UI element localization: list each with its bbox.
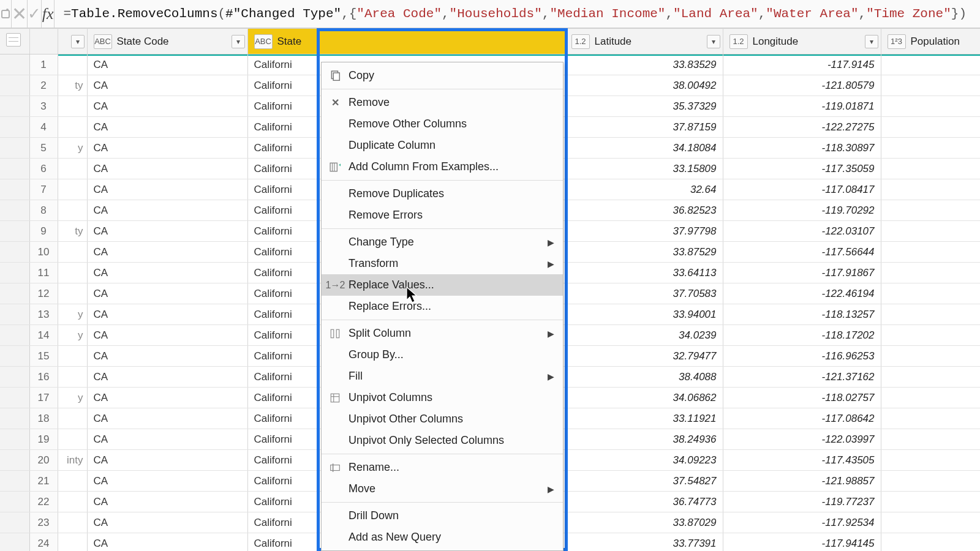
cell-fragment: [58, 471, 87, 492]
row-number: 4: [29, 117, 58, 138]
row-gutter: [0, 408, 29, 429]
menu-drill-down[interactable]: Drill Down: [322, 505, 563, 527]
menu-replace-errors[interactable]: Replace Errors...: [322, 296, 563, 317]
column-filter-button[interactable]: ▾: [865, 35, 878, 48]
formula-input[interactable]: = Table.RemoveColumns(#"Changed Type",{"…: [55, 0, 975, 28]
menu-add-column-from-examples[interactable]: ✦ Add Column From Examples...: [322, 156, 563, 178]
cell-longitude: -118.17202: [723, 325, 881, 346]
cell-population: [881, 325, 980, 346]
cell-longitude: -118.02757: [723, 388, 881, 408]
row-gutter: [0, 54, 29, 75]
row-gutter: [0, 138, 29, 159]
cell-state-code: CA: [87, 429, 247, 450]
cell-longitude: -121.37162: [723, 367, 881, 388]
column-filter-button[interactable]: ▾: [71, 35, 85, 48]
menu-split-column[interactable]: Split Column▶: [322, 323, 563, 344]
cell-latitude: 33.15809: [565, 159, 723, 179]
row-gutter: [0, 242, 29, 263]
cell-longitude: -119.70292: [723, 200, 881, 221]
menu-duplicate-column[interactable]: Duplicate Column: [322, 135, 563, 156]
row-number: 6: [29, 159, 58, 179]
cell-latitude: 33.87029: [565, 512, 723, 533]
menu-rename[interactable]: Rename...: [322, 457, 563, 478]
menu-remove[interactable]: ✕ Remove: [322, 92, 563, 113]
menu-move[interactable]: Move▶: [322, 478, 563, 500]
cell-state-code: CA: [87, 283, 247, 304]
column-header-state-code[interactable]: ABCState Code ▾: [87, 29, 247, 54]
cell-population: [881, 367, 980, 388]
formula-confirm-button[interactable]: ✓: [28, 0, 42, 28]
cell-state-code: CA: [87, 159, 247, 179]
cell-population: [881, 471, 980, 492]
menu-label: Split Column: [349, 327, 411, 340]
cell-state-code: CA: [87, 242, 247, 263]
cell-longitude: -122.27275: [723, 117, 881, 138]
row-number: 16: [29, 367, 58, 388]
cell-fragment: y: [58, 138, 87, 159]
cell-population: [881, 96, 980, 117]
row-gutter: [0, 221, 29, 242]
column-filter-button[interactable]: ▾: [707, 35, 720, 48]
row-gutter: [0, 283, 29, 304]
menu-transform[interactable]: Transform▶: [322, 253, 563, 274]
cell-population: [881, 450, 980, 471]
row-gutter: [0, 512, 29, 533]
menu-unpivot-only-selected[interactable]: Unpivot Only Selected Columns: [322, 430, 563, 451]
svg-rect-11: [331, 465, 340, 470]
menu-label: Remove Other Columns: [349, 118, 467, 130]
cell-population: [881, 117, 980, 138]
cell-longitude: -117.08642: [723, 408, 881, 429]
cell-fragment: [58, 117, 87, 138]
column-filter-button[interactable]: ▾: [232, 35, 245, 48]
row-number: 10: [29, 242, 58, 263]
cell-longitude: -118.30897: [723, 138, 881, 159]
menu-remove-other-columns[interactable]: Remove Other Columns: [322, 113, 563, 135]
column-header-longitude[interactable]: 1.2Longitude ▾: [723, 29, 881, 54]
cell-latitude: 33.77391: [565, 533, 723, 552]
cell-latitude: 38.24936: [565, 429, 723, 450]
cell-state-code: CA: [87, 492, 247, 512]
cell-population: [881, 408, 980, 429]
cell-longitude: -117.91867: [723, 263, 881, 283]
column-header-latitude[interactable]: 1.2Latitude ▾: [565, 29, 723, 54]
menu-unpivot-columns[interactable]: Unpivot Columns: [322, 387, 563, 408]
cell-longitude: -117.43505: [723, 450, 881, 471]
menu-change-type[interactable]: Change Type▶: [322, 231, 563, 253]
cell-fragment: [58, 200, 87, 221]
cell-state-code: CA: [87, 388, 247, 408]
cell-fragment: [58, 429, 87, 450]
column-header-population[interactable]: 1²3Population: [881, 29, 980, 54]
type-text-icon: ABC: [254, 34, 273, 49]
cell-population: [881, 138, 980, 159]
cell-state-code: CA: [87, 367, 247, 388]
row-gutter: [0, 117, 29, 138]
partial-column-header[interactable]: ▾: [58, 29, 87, 54]
cell-longitude: -121.80579: [723, 75, 881, 96]
fx-icon[interactable]: fx: [42, 0, 55, 28]
formula-cancel-button[interactable]: ✕: [12, 0, 28, 28]
svg-rect-6: [331, 329, 334, 338]
cell-latitude: 37.70583: [565, 283, 723, 304]
menu-copy[interactable]: Copy: [322, 65, 563, 86]
cell-longitude: -122.03107: [723, 221, 881, 242]
cell-population: [881, 283, 980, 304]
row-number: 3: [29, 96, 58, 117]
copy-icon: [328, 70, 342, 81]
menu-remove-duplicates[interactable]: Remove Duplicates: [322, 183, 563, 204]
row-number: 13: [29, 304, 58, 325]
type-decimal-icon: 1.2: [729, 34, 748, 49]
menu-fill[interactable]: Fill▶: [322, 365, 563, 387]
menu-remove-errors[interactable]: Remove Errors: [322, 204, 563, 226]
row-number: 15: [29, 346, 58, 367]
table-options-button[interactable]: [0, 29, 29, 54]
menu-add-as-new-query[interactable]: Add as New Query: [322, 527, 563, 548]
column-header-state[interactable]: ABCState: [247, 29, 565, 54]
row-gutter: [0, 75, 29, 96]
row-gutter: [0, 492, 29, 512]
menu-unpivot-other-columns[interactable]: Unpivot Other Columns: [322, 408, 563, 430]
menu-replace-values[interactable]: 1→2 Replace Values...: [322, 274, 563, 296]
cell-state-code: CA: [87, 471, 247, 492]
row-gutter: [0, 96, 29, 117]
menu-group-by[interactable]: Group By...: [322, 344, 563, 365]
data-grid: ▾ ABCState Code ▾ ABCState 1.2Latitude ▾…: [0, 28, 980, 551]
